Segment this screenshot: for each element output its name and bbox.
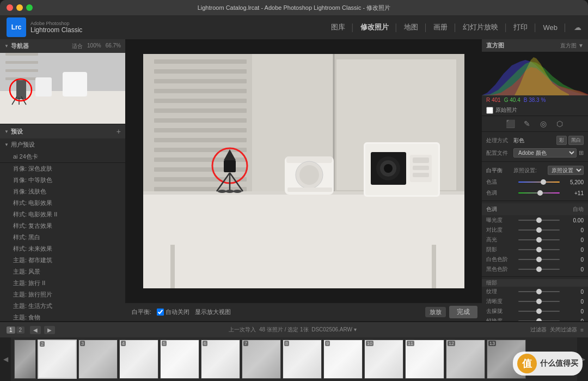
preset-retro[interactable]: 样式: 复古效果: [0, 220, 125, 232]
maximize-button[interactable]: [26, 4, 33, 11]
close-button[interactable]: [7, 4, 13, 11]
preset-cinema[interactable]: 样式: 电影效果: [0, 197, 125, 209]
nav-web[interactable]: Web: [541, 22, 560, 33]
window-controls[interactable]: [0, 4, 33, 11]
index-tab-2[interactable]: 2: [16, 326, 25, 334]
highlights-slider[interactable]: [518, 239, 560, 240]
original-photo-check[interactable]: [486, 107, 493, 114]
preset-bw[interactable]: 样式: 黑白: [0, 232, 125, 243]
temp-slider[interactable]: [518, 182, 560, 183]
nav-zoom1[interactable]: 100%: [87, 43, 101, 50]
svg-point-47: [225, 190, 234, 193]
index-tab-1[interactable]: 1: [7, 326, 15, 334]
preset-food[interactable]: 主题: 食物: [0, 312, 125, 321]
histogram-header[interactable]: 直方图 直方图 ▼: [482, 39, 588, 52]
whites-slider[interactable]: [518, 259, 560, 260]
color-btn[interactable]: 彩: [556, 136, 567, 145]
dehaze-thumb[interactable]: [536, 309, 542, 314]
tone-auto-btn[interactable]: 自动: [573, 205, 584, 213]
nav-develop[interactable]: 修改照片: [358, 21, 391, 33]
presets-add-btn[interactable]: +: [117, 127, 121, 136]
clarity-thumb[interactable]: [536, 299, 542, 304]
film-item-3[interactable]: 3: [78, 340, 118, 379]
film-item-6[interactable]: 6: [201, 340, 240, 379]
film-item-2[interactable]: 2: [38, 340, 77, 379]
redeye-icon[interactable]: ◎: [538, 118, 549, 129]
presets-main-header[interactable]: ▼ 预设 +: [0, 124, 125, 138]
preset-portrait-dark[interactable]: 肖像: 深色皮肤: [0, 163, 125, 174]
navigator-header[interactable]: ▼ 导航器 适合 100% 66.7%: [0, 39, 125, 53]
scroll-left-arrow[interactable]: ◀: [0, 337, 11, 381]
film-item-7[interactable]: 7: [242, 340, 281, 379]
cloud-icon[interactable]: ☁: [574, 23, 581, 32]
filmstrip-nav-prev[interactable]: ◀: [30, 326, 41, 334]
preset-travel-photo[interactable]: 主题: 旅行照片: [0, 289, 125, 300]
preset-lifestyle[interactable]: 主题: 生活方式: [0, 300, 125, 312]
tint-thumb[interactable]: [537, 190, 543, 196]
nav-slideshow[interactable]: 幻灯片放映: [461, 21, 500, 33]
dehaze-slider[interactable]: [518, 311, 560, 312]
mask-icon[interactable]: ⬡: [554, 118, 565, 129]
highlights-thumb[interactable]: [536, 237, 542, 243]
preset-group-user-header[interactable]: ▼ 用户预设: [0, 138, 125, 151]
nav-fit[interactable]: 适合: [72, 43, 83, 50]
wb-preset-select[interactable]: 原照设置: [548, 166, 584, 175]
exposure-thumb[interactable]: [536, 217, 542, 223]
vibrance-thumb[interactable]: [536, 318, 542, 321]
vibrance-slider[interactable]: [518, 320, 560, 321]
contrast-slider[interactable]: [518, 229, 560, 231]
zoom-button[interactable]: 放放: [425, 307, 446, 317]
film-num-11: 11: [407, 341, 414, 346]
filmstrip-filter-icon[interactable]: ≡: [580, 327, 584, 333]
clarity-slider[interactable]: [518, 301, 560, 302]
shadows-slider[interactable]: [518, 249, 560, 250]
nav-print[interactable]: 打印: [511, 21, 530, 33]
nav-library[interactable]: 图库: [329, 21, 347, 33]
filmstrip-nav-next[interactable]: ▶: [44, 326, 55, 334]
auto-close-checkbox[interactable]: [157, 309, 164, 316]
minimize-button[interactable]: [16, 4, 23, 11]
preset-portrait-light[interactable]: 肖像: 浅肤色: [0, 186, 125, 197]
film-item-1[interactable]: [14, 340, 36, 379]
preset-portrait-mid[interactable]: 肖像: 中等肤色: [0, 174, 125, 186]
show-zoom-btn[interactable]: 显示放大视图: [193, 307, 233, 317]
tint-slider[interactable]: [518, 192, 560, 193]
film-item-12[interactable]: 12: [446, 340, 485, 379]
white-balance-btn[interactable]: 白平衡:: [130, 307, 154, 317]
profile-select[interactable]: Adobe 颜色: [513, 148, 577, 158]
film-item-10[interactable]: 10: [364, 340, 403, 379]
film-item-11[interactable]: 11: [405, 340, 444, 379]
heal-icon[interactable]: ✎: [522, 118, 532, 129]
preset-cinema-ii[interactable]: 样式: 电影效果 II: [0, 209, 125, 220]
bw-btn[interactable]: 黑白: [568, 136, 584, 145]
film-item-5[interactable]: 5: [160, 340, 199, 379]
temp-thumb[interactable]: [541, 179, 546, 185]
film-item-8[interactable]: 8: [283, 340, 322, 379]
film-item-4[interactable]: 4: [119, 340, 158, 379]
texture-thumb[interactable]: [536, 289, 542, 294]
preset-landscape[interactable]: 主题: 风景: [0, 266, 125, 277]
texture-slider[interactable]: [518, 291, 560, 292]
preset-urban[interactable]: 主题: 都市建筑: [0, 255, 125, 266]
nav-book[interactable]: 画册: [431, 21, 450, 33]
filmstrip-filter-btn[interactable]: 过滤器: [530, 326, 547, 334]
contrast-thumb[interactable]: [536, 227, 542, 233]
svg-rect-38: [432, 245, 436, 288]
profile-icon[interactable]: ⊞: [579, 149, 584, 156]
blacks-slider[interactable]: [518, 269, 560, 270]
blacks-thumb[interactable]: [536, 267, 542, 272]
exposure-slider[interactable]: [518, 220, 560, 221]
shadows-thumb[interactable]: [536, 247, 542, 252]
film-item-9[interactable]: 9: [323, 340, 363, 379]
preset-item-24color[interactable]: ai 24色卡: [0, 151, 125, 162]
preset-future[interactable]: 样式: 未来效果: [0, 243, 125, 255]
preset-travel-ii[interactable]: 主题: 旅行 II: [0, 277, 125, 289]
nav-sep-4: │: [453, 23, 457, 32]
crop-icon[interactable]: ⬛: [505, 118, 516, 129]
nav-zoom2[interactable]: 66.7%: [106, 43, 121, 50]
whites-thumb[interactable]: [536, 257, 542, 262]
nav-map[interactable]: 地图: [402, 21, 420, 33]
filmstrip-close-filter-btn[interactable]: 关闭过滤器: [550, 326, 577, 334]
done-btn[interactable]: 完成: [449, 306, 477, 318]
auto-close-check[interactable]: 自动关闭: [157, 308, 189, 316]
